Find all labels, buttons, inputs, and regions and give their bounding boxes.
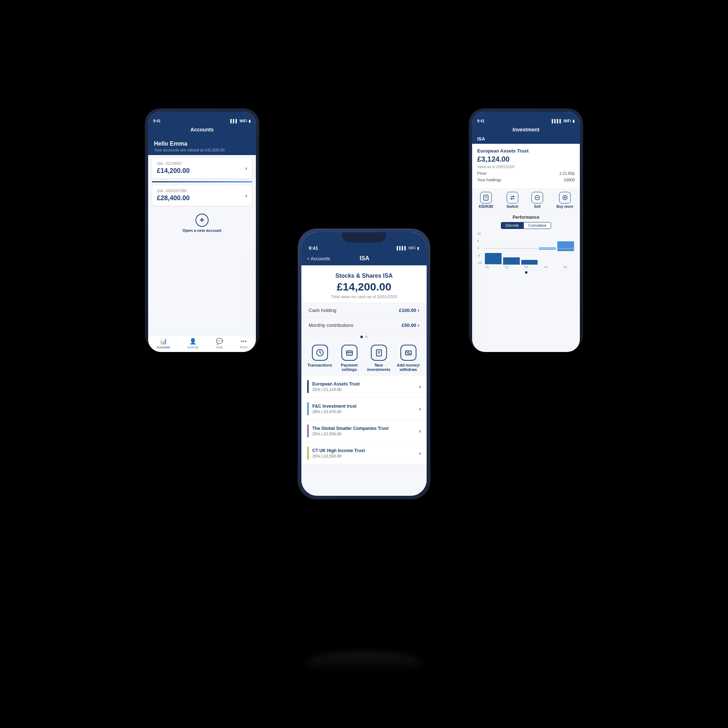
accounts-tab-icon: 📊 (160, 338, 167, 345)
transactions-label: Transactions (307, 363, 332, 367)
x-axis-labels: Y1 Y2 Y3 Y4 Y5 (477, 265, 575, 269)
center-nav-bar: ‹ Accounts ISA (301, 253, 427, 265)
kid-kiid-button[interactable]: KID/KIID (479, 192, 493, 209)
isa-account-amount: £14,200.00 (309, 281, 419, 293)
ct-name: CT UK High Income Trust (312, 448, 419, 453)
center-phone: 9:41 ▌▌▌▌ WiFi ▮ ‹ Accounts ISA Stocks &… (298, 229, 430, 499)
right-dot-1 (525, 271, 528, 274)
new-investments-button[interactable]: New investments (366, 345, 392, 372)
switch-button[interactable]: Switch (507, 192, 518, 209)
open-account[interactable]: + Open a new account (148, 209, 256, 238)
svg-rect-7 (405, 351, 411, 355)
nav-title: ISA (330, 255, 399, 262)
ct-detail: 25% | £3,550.00 (312, 454, 419, 458)
open-account-label: Open a new account (183, 228, 222, 232)
tab-discrete[interactable]: Discrete (501, 222, 524, 229)
transactions-icon (312, 345, 328, 361)
isa-header: Stocks & Shares ISA £14,200.00 Total val… (301, 265, 427, 303)
tab-help-label: Help (216, 346, 223, 349)
holding-ct[interactable]: CT UK High Income Trust 25% | £3,550.00 … (301, 442, 427, 465)
sell-button[interactable]: Sell (531, 192, 543, 209)
tab-more-label: More (240, 346, 248, 349)
investment-content: European Assets Trust £3,124.00 Value as… (472, 144, 580, 188)
performance-chart (484, 232, 575, 265)
add-money-icon (401, 345, 416, 361)
fc-chevron: › (419, 406, 421, 412)
performance-section: Performance Discrete Cumulative 16 8 0 (472, 212, 580, 277)
kid-kiid-label: KID/KIID (479, 205, 493, 209)
holding-global[interactable]: The Global Smaller Companies Trust 25% |… (301, 420, 427, 442)
right-dots (477, 269, 575, 274)
right-actions: KID/KIID Switch (472, 188, 580, 212)
cash-holding-row[interactable]: Cash holding £100.00 › (301, 303, 427, 318)
european-name: European Assets Trust (312, 381, 419, 387)
european-chevron: › (419, 384, 421, 390)
dot-2 (365, 336, 368, 338)
global-bar (307, 424, 309, 437)
svg-rect-1 (347, 351, 352, 355)
fc-info: F&C Investment trust 28% | £3,976.00 (312, 404, 419, 414)
global-info: The Global Smaller Companies Trust 25% |… (312, 426, 419, 436)
right-nav: Investment (472, 124, 580, 135)
y-axis-labels: 16 8 0 -8 -16 (477, 232, 483, 265)
tab-settings[interactable]: 👤 Settings (187, 338, 199, 349)
new-investments-icon (371, 345, 387, 361)
tab-more[interactable]: ••• More (240, 338, 248, 349)
account-card-gia[interactable]: GIA - 0003267390 £28,400.00 › (152, 185, 252, 206)
center-time: 9:41 (309, 245, 318, 251)
monthly-contributions-row[interactable]: Monthly contributions £50.00 › (301, 318, 427, 333)
buy-more-button[interactable]: Buy more (557, 192, 573, 209)
holding-european[interactable]: European Assets Trust 22% | £3,124.00 › (301, 376, 427, 398)
add-money-button[interactable]: Add money/ withdraw (396, 345, 421, 372)
global-chevron: › (419, 428, 421, 434)
gia-amount: £28,400.00 (157, 194, 190, 202)
payment-settings-label: Payment settings (341, 363, 358, 372)
left-status-icons: ▌▌▌ WiFi ▮ (230, 119, 251, 123)
tab-help[interactable]: 💬 Help (216, 338, 223, 349)
gia-chevron: › (245, 193, 247, 198)
isa-id: ISA - 01234567 (157, 162, 190, 166)
price-label: Price (477, 171, 486, 176)
settings-tab-icon: 👤 (189, 338, 197, 345)
cash-holding-chevron: › (418, 307, 419, 313)
scene: 9:41 ▌▌▌ WiFi ▮ Accounts Hello Emma Your… (109, 73, 619, 655)
gia-id: GIA - 0003267390 (157, 189, 190, 193)
inv-amount: £3,124.00 (477, 155, 575, 164)
discrete-label: Discrete (506, 223, 519, 228)
payment-settings-button[interactable]: Payment settings (337, 345, 362, 372)
left-phone: 9:41 ▌▌▌ WiFi ▮ Accounts Hello Emma Your… (145, 109, 258, 349)
sell-label: Sell (534, 205, 541, 209)
plus-icon: + (196, 214, 209, 227)
tab-cumulative[interactable]: Cumulative (523, 222, 551, 229)
european-info: European Assets Trust 22% | £3,124.00 (312, 381, 419, 392)
back-button[interactable]: ‹ Accounts (307, 255, 330, 262)
cash-holding-label: Cash holding (309, 307, 336, 313)
european-bar (307, 380, 309, 393)
payment-settings-icon (341, 345, 358, 361)
fc-bar (307, 402, 309, 415)
isa-amount: £14,200.00 (157, 167, 190, 175)
tab-accounts-label: Accounts (156, 346, 170, 349)
transactions-button[interactable]: Transactions (307, 345, 333, 372)
new-investments-label: New investments (367, 363, 390, 372)
tab-accounts[interactable]: 📊 Accounts (156, 338, 170, 349)
buy-more-icon (559, 192, 571, 203)
left-nav: Accounts (148, 124, 256, 135)
isa-divider (152, 181, 252, 182)
more-tab-icon: ••• (241, 338, 247, 345)
european-detail: 22% | £3,124.00 (312, 387, 419, 392)
ct-chevron: › (419, 450, 421, 456)
account-card-isa[interactable]: ISA - 01234567 £14,200.00 › (152, 158, 252, 178)
price-value: 1.21.82p (559, 171, 575, 176)
help-tab-icon: 💬 (216, 338, 223, 345)
holdings-label: Your holdings (477, 177, 501, 182)
greeting-name: Hello Emma (154, 141, 250, 147)
cumulative-label: Cumulative (528, 223, 546, 228)
right-nav-title: Investment (512, 127, 540, 133)
isa-subtitle: Total value inc cash as of 20/01/2020 (309, 294, 419, 299)
ct-bar (307, 447, 309, 460)
monthly-contributions-chevron: › (418, 322, 419, 328)
tab-settings-label: Settings (187, 346, 199, 349)
holding-fc[interactable]: F&C Investment trust 28% | £3,976.00 › (301, 398, 427, 420)
left-status-bar: 9:41 ▌▌▌ WiFi ▮ (148, 112, 256, 124)
